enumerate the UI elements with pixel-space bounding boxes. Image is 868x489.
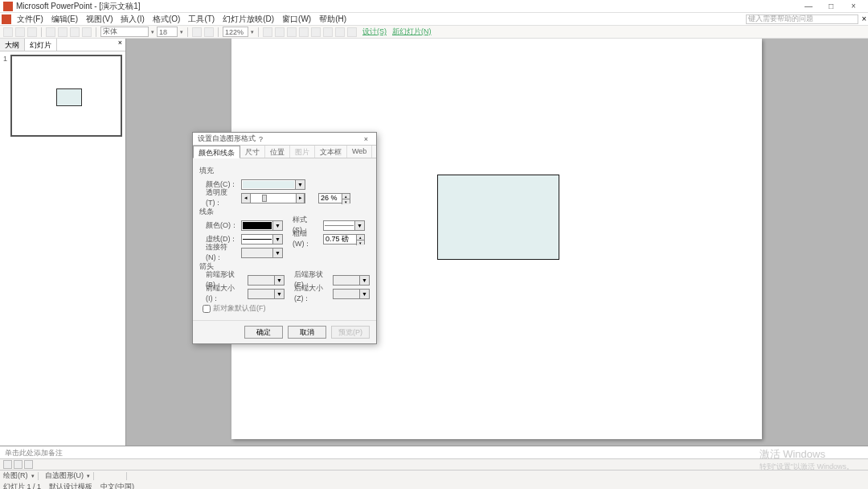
- help-search-input[interactable]: 键入需要帮助的问题: [746, 14, 858, 24]
- ok-button[interactable]: 确定: [244, 326, 283, 339]
- notes-pane[interactable]: 单击此处添加备注: [0, 446, 868, 458]
- end-size-combo[interactable]: ▼: [333, 289, 370, 299]
- menu-window[interactable]: 窗口(W): [278, 14, 315, 25]
- fill-color-swatch: [243, 181, 294, 188]
- line-color-combo[interactable]: ▼: [241, 220, 283, 231]
- design-link[interactable]: 设计(S): [362, 27, 387, 37]
- begin-style-combo[interactable]: ▼: [248, 275, 285, 286]
- tab-outline[interactable]: 大纲: [0, 39, 25, 51]
- standard-toolbar: 宋体 ▾ 18 ▾ 122% ▾ 设计(S) 新幻灯片(N): [0, 26, 868, 39]
- label-weight: 粗细(W)：: [286, 228, 320, 249]
- bold-icon[interactable]: [192, 27, 202, 37]
- menu-insert[interactable]: 插入(I): [117, 14, 148, 25]
- tab-color-line[interactable]: 颜色和线条: [193, 146, 240, 158]
- tab-textbox[interactable]: 文本框: [315, 146, 347, 158]
- label-line-color: 颜色(O)：: [199, 220, 238, 231]
- minimize-button[interactable]: —: [797, 1, 820, 12]
- new-slide-link[interactable]: 新幻灯片(N): [392, 27, 432, 37]
- rectangle-shape[interactable]: [437, 175, 559, 260]
- zoom-combo[interactable]: 122%: [223, 27, 248, 37]
- menu-bar: 文件(F) 编辑(E) 视图(V) 插入(I) 格式(O) 工具(T) 幻灯片放…: [0, 13, 868, 26]
- slider-left-icon[interactable]: ◂: [242, 194, 251, 203]
- connector-combo[interactable]: ▼: [241, 248, 283, 258]
- chevron-down-icon: ▼: [272, 249, 282, 257]
- slider-thumb[interactable]: [262, 195, 267, 202]
- autoshape-menu[interactable]: 自选图形(U): [45, 471, 84, 481]
- slide-thumbnail[interactable]: [10, 55, 122, 137]
- paste-icon[interactable]: [82, 27, 92, 37]
- label-connector: 连接符(N)：: [199, 242, 238, 263]
- menu-slideshow[interactable]: 幻灯片放映(D): [219, 14, 278, 25]
- tb-icon[interactable]: [275, 27, 285, 37]
- chevron-down-icon: ▼: [359, 276, 369, 285]
- font-combo[interactable]: 宋体: [100, 27, 149, 37]
- end-style-combo[interactable]: ▼: [333, 275, 370, 286]
- weight-value: 0.75 磅: [326, 234, 349, 244]
- dialog-close-button[interactable]: ×: [361, 135, 371, 143]
- open-icon[interactable]: [15, 27, 25, 37]
- menu-file[interactable]: 文件(F): [13, 14, 47, 25]
- sorter-view-icon[interactable]: [14, 460, 23, 469]
- font-size-combo[interactable]: 18: [157, 27, 178, 37]
- maximize-button[interactable]: □: [820, 1, 842, 12]
- tab-web[interactable]: Web: [347, 146, 372, 158]
- sidebar-tabs: 大纲 幻灯片 ×: [0, 39, 125, 51]
- spin-up-icon[interactable]: ▴: [356, 235, 364, 240]
- thumb-number: 1: [3, 55, 7, 137]
- menu-view[interactable]: 视图(V): [82, 14, 117, 25]
- tab-position[interactable]: 位置: [265, 146, 290, 158]
- normal-view-icon[interactable]: [3, 460, 12, 469]
- dash-preview: [243, 236, 272, 243]
- spin-down-icon[interactable]: ▾: [342, 199, 350, 204]
- label-transparency: 透明度(T)：: [199, 187, 238, 208]
- tab-slides[interactable]: 幻灯片: [25, 39, 57, 51]
- tb-icon[interactable]: [311, 27, 321, 37]
- doc-close-button[interactable]: ×: [862, 14, 866, 23]
- tab-size[interactable]: 尺寸: [240, 146, 265, 158]
- italic-icon[interactable]: [204, 27, 214, 37]
- spin-down-icon[interactable]: ▾: [356, 240, 364, 245]
- menu-format[interactable]: 格式(O): [149, 14, 184, 25]
- dialog-tabs: 颜色和线条 尺寸 位置 图片 文本框 Web: [193, 146, 376, 158]
- slideshow-view-icon[interactable]: [24, 460, 33, 469]
- default-checkbox-label: 新对象默认值(F): [213, 303, 266, 314]
- default-checkbox-row[interactable]: 新对象默认值(F): [203, 303, 370, 314]
- tb-icon[interactable]: [335, 27, 345, 37]
- cut-icon[interactable]: [58, 27, 68, 37]
- fill-color-combo[interactable]: ▼: [241, 179, 305, 190]
- transparency-slider[interactable]: ◂ ▸: [241, 193, 305, 203]
- chevron-down-icon: ▼: [272, 235, 282, 244]
- menu-help[interactable]: 帮助(H): [315, 14, 350, 25]
- dialog-help-button[interactable]: ?: [256, 135, 266, 143]
- chevron-down-icon: ▼: [272, 221, 282, 230]
- weight-spinner[interactable]: 0.75 磅 ▴▾: [323, 234, 365, 244]
- dialog-titlebar[interactable]: 设置自选图形格式 ? ×: [193, 133, 376, 146]
- copy-icon[interactable]: [70, 27, 80, 37]
- tb-icon[interactable]: [323, 27, 333, 37]
- slider-right-icon[interactable]: ▸: [296, 194, 305, 203]
- label-end-size: 后端大小(Z)：: [288, 283, 330, 304]
- tb-icon[interactable]: [347, 27, 357, 37]
- chevron-down-icon: ▼: [295, 180, 305, 189]
- thumb-shape: [56, 88, 82, 106]
- tb-icon[interactable]: [287, 27, 297, 37]
- dash-combo[interactable]: ▼: [241, 234, 283, 244]
- tb-icon[interactable]: [263, 27, 272, 37]
- spin-up-icon[interactable]: ▴: [342, 194, 350, 199]
- new-icon[interactable]: [3, 27, 13, 37]
- tb-icon[interactable]: [299, 27, 309, 37]
- transparency-spinner[interactable]: 26 % ▴▾: [318, 193, 350, 203]
- menu-edit[interactable]: 编辑(E): [47, 14, 82, 25]
- menu-tools[interactable]: 工具(T): [184, 14, 219, 25]
- save-icon[interactable]: [27, 27, 37, 37]
- line-style-combo[interactable]: ▼: [323, 220, 365, 231]
- print-icon[interactable]: [46, 27, 55, 37]
- close-button[interactable]: ×: [842, 1, 865, 12]
- draw-menu[interactable]: 绘图(R): [3, 471, 28, 481]
- default-checkbox[interactable]: [203, 305, 211, 313]
- design-template-label: 默认设计模板: [49, 482, 92, 490]
- begin-size-combo[interactable]: ▼: [248, 289, 285, 299]
- sidebar-close-button[interactable]: ×: [115, 39, 125, 51]
- cancel-button[interactable]: 取消: [288, 326, 326, 339]
- chevron-down-icon: ▼: [359, 290, 369, 298]
